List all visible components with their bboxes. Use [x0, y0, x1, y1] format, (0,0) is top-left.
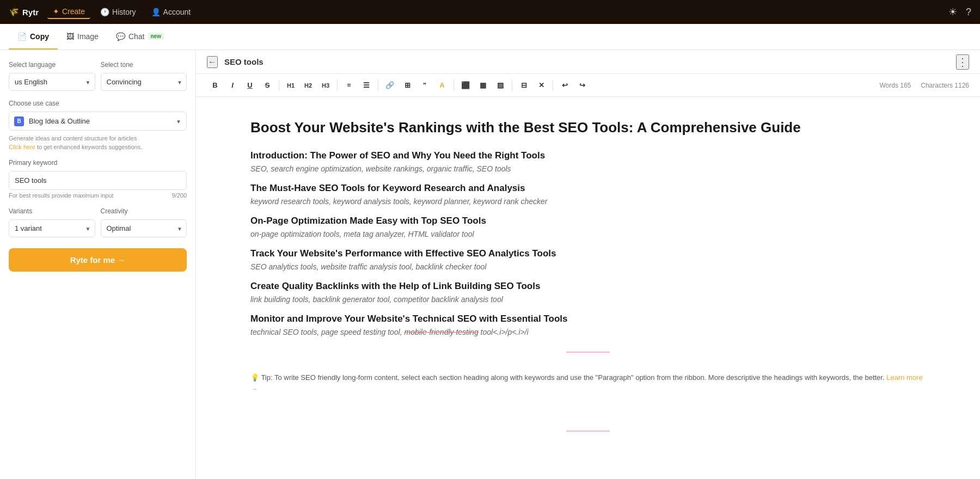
- section-1: Introduction: The Power of SEO and Why Y…: [250, 150, 926, 173]
- section-6-keywords-end: tool<.i>/p<.i>/i: [479, 328, 529, 336]
- variants-select-wrapper: 1 variant ▼: [9, 219, 95, 237]
- click-here-link[interactable]: Click here: [9, 144, 35, 150]
- section-5-keywords: link building tools, backlink generator …: [250, 295, 926, 304]
- creativity-group: Creativity Optimal ▼: [101, 207, 187, 237]
- subnav-copy[interactable]: 📄 Copy: [9, 24, 58, 50]
- highlight-button[interactable]: A: [434, 77, 450, 94]
- bold-button[interactable]: B: [207, 77, 223, 94]
- more-options-button[interactable]: ⋮: [956, 54, 969, 70]
- tone-group: Select tone Convincing ▼: [101, 61, 187, 91]
- variants-label: Variants: [9, 207, 95, 215]
- ordered-list-button[interactable]: ☰: [358, 77, 375, 94]
- use-case-icon: B: [14, 116, 24, 126]
- section-3-keywords: on-page optimization tools, meta tag ana…: [250, 230, 926, 238]
- indent-button[interactable]: ⊟: [516, 77, 532, 94]
- remove-format-button[interactable]: ✕: [533, 77, 549, 94]
- variants-select[interactable]: 1 variant: [9, 219, 95, 237]
- align-left-button[interactable]: ⬛: [457, 77, 474, 94]
- sub-nav: 📄 Copy 🖼 Image 💬 Chat new: [0, 24, 980, 50]
- section-2-keywords: keyword research tools, keyword analysis…: [250, 197, 926, 206]
- use-case-wrapper: B Blog Idea & Outline ▼: [9, 112, 187, 131]
- use-case-select[interactable]: Blog Idea & Outline: [9, 112, 187, 131]
- tip-icon: 💡: [250, 373, 259, 382]
- keyword-input[interactable]: [9, 171, 187, 190]
- link-button[interactable]: 🔗: [382, 77, 398, 94]
- image-icon: 🖼: [66, 32, 74, 41]
- separator-4: [454, 80, 454, 91]
- back-button[interactable]: ←: [207, 56, 218, 68]
- section-6-keywords-normal: technical SEO tools, page speed testing …: [250, 328, 405, 336]
- word-count: Words 165: [879, 82, 911, 89]
- section-6: Monitor and Improve Your Website's Techn…: [250, 314, 926, 353]
- section-6-keywords: technical SEO tools, page speed testing …: [250, 328, 926, 336]
- creativity-select[interactable]: Optimal: [101, 219, 187, 237]
- nav-account[interactable]: 👤 Account: [146, 5, 197, 19]
- underline-button[interactable]: U: [242, 77, 258, 94]
- content-main-title: Boost Your Website's Rankings with the B…: [250, 119, 926, 137]
- quote-button[interactable]: ": [416, 77, 433, 94]
- separator-6: [553, 80, 553, 91]
- help-button[interactable]: ?: [966, 7, 971, 18]
- editor-header: ← SEO tools ⋮: [196, 50, 980, 74]
- strikethrough-button[interactable]: S: [259, 77, 275, 94]
- history-icon: 🕐: [100, 8, 109, 16]
- language-group: Select language us English ▼: [9, 61, 95, 91]
- h1-button[interactable]: H1: [283, 77, 299, 94]
- section-5-heading: Create Quality Backlinks with the Help o…: [250, 281, 926, 292]
- editor-content[interactable]: Boost Your Website's Rankings with the B…: [196, 97, 980, 479]
- editor-toolbar: B I U S H1 H2 H3 ≡ ☰ 🔗 ⊞ " A ⬛ ▦ ▨ ⊟ ✕ ↩…: [196, 74, 980, 97]
- creativity-select-wrapper: Optimal ▼: [101, 219, 187, 237]
- variants-creativity-row: Variants 1 variant ▼ Creativity Optimal …: [9, 207, 187, 237]
- language-select[interactable]: us English: [9, 73, 95, 91]
- italic-button[interactable]: I: [224, 77, 241, 94]
- tip-text: Tip: To write SEO friendly long-form con…: [261, 373, 884, 382]
- input-hint: For best results provide maximum input: [9, 192, 114, 199]
- logo-icon: 🌾: [9, 7, 19, 17]
- section-5: Create Quality Backlinks with the Help o…: [250, 281, 926, 304]
- account-icon: 👤: [151, 8, 161, 16]
- tone-label: Select tone: [101, 61, 187, 69]
- tone-select[interactable]: Convincing: [101, 73, 187, 91]
- undo-button[interactable]: ↩: [556, 77, 573, 94]
- nav-history[interactable]: 🕐 History: [95, 5, 142, 19]
- keyword-label: Primary keyword: [9, 159, 187, 167]
- theme-toggle-button[interactable]: ☀: [948, 6, 957, 18]
- app-logo[interactable]: 🌾 Rytr: [9, 7, 39, 17]
- section-2: The Must-Have SEO Tools for Keyword Rese…: [250, 183, 926, 206]
- section-3-heading: On-Page Optimization Made Easy with Top …: [250, 216, 926, 226]
- separator-1: [279, 80, 279, 91]
- char-count: Characters 1126: [921, 82, 969, 89]
- separator-2: [337, 80, 338, 91]
- unordered-list-button[interactable]: ≡: [341, 77, 357, 94]
- h2-button[interactable]: H2: [300, 77, 316, 94]
- chat-badge: new: [148, 33, 164, 40]
- nav-create[interactable]: ✦ Create: [47, 5, 90, 19]
- editor-title: SEO tools: [224, 57, 952, 66]
- tip-box: 💡 Tip: To write SEO friendly long-form c…: [250, 364, 926, 404]
- create-icon: ✦: [53, 7, 59, 16]
- language-select-wrapper: us English ▼: [9, 73, 95, 91]
- section-6-keywords-strike: mobile-friendly testing: [405, 328, 479, 336]
- main-layout: Select language us English ▼ Select tone…: [0, 50, 980, 479]
- input-footer: For best results provide maximum input 9…: [9, 192, 187, 199]
- subnav-chat[interactable]: 💬 Chat new: [107, 24, 173, 50]
- section-6-divider: [566, 352, 610, 353]
- section-1-keywords: SEO, search engine optimization, website…: [250, 164, 926, 173]
- section-2-heading: The Must-Have SEO Tools for Keyword Rese…: [250, 183, 926, 194]
- section-6-heading: Monitor and Improve Your Website's Techn…: [250, 314, 926, 324]
- creativity-label: Creativity: [101, 207, 187, 215]
- redo-button[interactable]: ↪: [574, 77, 590, 94]
- section-4-keywords: SEO analytics tools, website traffic ana…: [250, 262, 926, 271]
- app-name: Rytr: [22, 8, 39, 17]
- h3-button[interactable]: H3: [317, 77, 334, 94]
- align-center-button[interactable]: ▦: [475, 77, 491, 94]
- ryte-for-me-button[interactable]: Ryte for me →: [9, 248, 187, 272]
- tone-select-wrapper: Convincing ▼: [101, 73, 187, 91]
- image-button[interactable]: ⊞: [399, 77, 415, 94]
- keyword-hint-link: Click here to get enhanced keywords sugg…: [9, 144, 187, 150]
- align-right-button[interactable]: ▨: [492, 77, 509, 94]
- separator-3: [378, 80, 378, 91]
- subnav-image[interactable]: 🖼 Image: [58, 24, 107, 50]
- right-panel: ← SEO tools ⋮ B I U S H1 H2 H3 ≡ ☰ 🔗 ⊞ "…: [196, 50, 980, 479]
- bottom-divider: [566, 431, 610, 432]
